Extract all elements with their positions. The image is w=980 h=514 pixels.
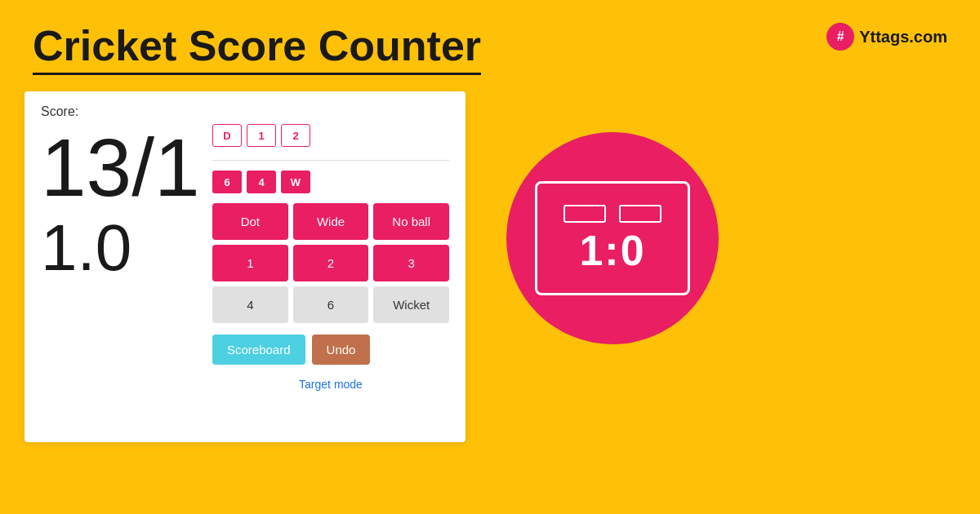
score-display: 13/1 [41, 122, 204, 212]
scoreboard-score-display: 1:0 [579, 229, 645, 272]
brand-logo: # Yttags.com [826, 23, 947, 51]
btn-1[interactable]: 1 [212, 245, 288, 281]
score-panel: Score: 13/1 1.0 D 1 2 6 4 [24, 91, 466, 442]
mini-btn-2[interactable]: 2 [281, 124, 310, 147]
score-left: 13/1 1.0 [41, 122, 204, 391]
undo-button[interactable]: Undo [312, 335, 371, 365]
btn-wicket[interactable]: Wicket [373, 286, 449, 323]
btn-3[interactable]: 3 [373, 245, 449, 281]
action-grid: Dot Wide No ball 1 2 3 4 6 Wicket [212, 203, 449, 323]
btn-6[interactable]: 6 [293, 286, 369, 323]
target-mode-link[interactable]: Target mode [212, 378, 449, 391]
mini-btn-6[interactable]: 6 [212, 171, 242, 193]
btn-noball[interactable]: No ball [373, 203, 449, 240]
controls-area: D 1 2 6 4 W Dot Wide No ball 1 2 [212, 122, 449, 391]
mini-row-2: 6 4 W [212, 171, 449, 193]
scoreboard-box-left [564, 205, 606, 223]
overs-display: 1.0 [41, 212, 204, 284]
scoreboard-button[interactable]: Scoreboard [212, 335, 305, 365]
btn-2[interactable]: 2 [293, 245, 369, 281]
scoreboard-circle-icon: 1:0 [506, 132, 719, 344]
score-panel-inner: 13/1 1.0 D 1 2 6 4 W [41, 122, 449, 391]
btn-4[interactable]: 4 [212, 286, 288, 323]
app-title: Cricket Score Counter [33, 23, 481, 75]
score-label: Score: [41, 104, 449, 119]
brand-icon: # [826, 23, 854, 51]
scoreboard-box-right [619, 205, 662, 223]
mini-btn-W[interactable]: W [281, 171, 310, 193]
scoreboard-icon-frame: 1:0 [535, 181, 690, 295]
btn-wide[interactable]: Wide [293, 203, 369, 240]
mini-btn-1[interactable]: 1 [247, 124, 276, 147]
btn-dot[interactable]: Dot [212, 203, 288, 240]
divider-1 [212, 160, 449, 161]
bottom-buttons: Scoreboard Undo [212, 335, 449, 365]
app-header: Cricket Score Counter # Yttags.com [0, 0, 980, 83]
brand-text: Yttags.com [859, 28, 947, 47]
scoreboard-top-boxes [564, 205, 662, 223]
main-content: Score: 13/1 1.0 D 1 2 6 4 [0, 83, 980, 450]
mini-btn-4[interactable]: 4 [247, 171, 276, 193]
mini-btn-D[interactable]: D [212, 124, 242, 147]
mini-row-1: D 1 2 [212, 124, 449, 147]
